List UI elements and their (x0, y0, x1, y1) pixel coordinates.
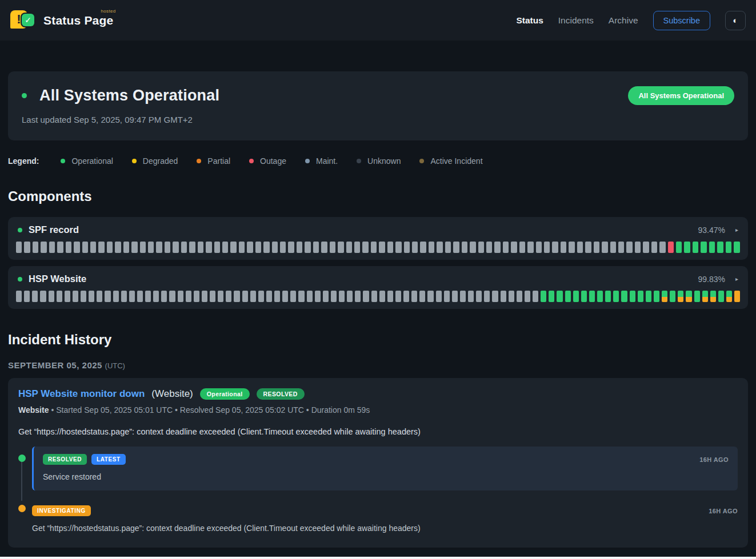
uptime-bar (621, 291, 627, 302)
uptime-bar (194, 291, 199, 302)
update-timestamp: 16H AGO (699, 456, 729, 463)
legend: Legend: Operational Degraded Partial Out… (8, 156, 748, 166)
uptime-bar (305, 242, 310, 253)
check-icon (22, 14, 34, 26)
uptime-bar (218, 291, 223, 302)
nav-incidents[interactable]: Incidents (558, 15, 594, 26)
brand-name: Status Page (43, 14, 113, 27)
uptime-bar (32, 291, 38, 302)
incident-date-timezone: (UTC) (105, 361, 125, 370)
theme-toggle-button[interactable] (725, 11, 746, 30)
legend-item-outage: Outage (249, 156, 286, 166)
uptime-bar (387, 242, 393, 253)
uptime-bar (186, 291, 191, 302)
uptime-bar (638, 291, 643, 302)
operational-dot-icon (61, 159, 65, 163)
uptime-bar (544, 242, 550, 253)
uptime-bar (533, 291, 538, 302)
uptime-bar (444, 291, 450, 302)
main-content: All Systems Operational All Systems Oper… (0, 71, 756, 548)
uptime-bar (89, 291, 94, 302)
uptime-bar (137, 291, 143, 302)
uptime-bar (234, 291, 239, 302)
incident-meta-component: Website (18, 405, 49, 415)
incident-title-link[interactable]: HSP Website monitor down (18, 388, 145, 400)
brand-superscript: hosted (101, 9, 116, 14)
uptime-bar (517, 291, 522, 302)
uptime-bar (148, 242, 154, 253)
uptime-bar (630, 291, 635, 302)
footer-strip (0, 557, 756, 559)
uptime-bar (602, 242, 607, 253)
uptime-bar (140, 242, 146, 253)
uptime-bar (519, 242, 525, 253)
maint-dot-icon (305, 159, 310, 163)
uptime-bar (618, 242, 624, 253)
uptime-bar (181, 242, 187, 253)
uptime-bar (659, 242, 665, 253)
update-status-dot (18, 505, 26, 512)
nav-status[interactable]: Status (516, 15, 543, 26)
uptime-bar (693, 242, 698, 253)
uptime-bar (90, 242, 96, 253)
uptime-bar (41, 242, 46, 253)
uptime-bar (395, 242, 401, 253)
uptime-bar (541, 291, 546, 302)
chevron-right-icon[interactable] (735, 276, 738, 282)
uptime-bar (379, 291, 385, 302)
uptime-bar (242, 291, 248, 302)
uptime-bar (701, 242, 706, 253)
uptime-bar (577, 242, 583, 253)
top-bar: Status Page hosted Status Incidents Arch… (0, 0, 756, 41)
uptime-bar (709, 242, 715, 253)
nav-archive[interactable]: Archive (609, 15, 638, 26)
uptime-bar (610, 242, 616, 253)
uptime-bar (403, 291, 409, 302)
incident-date-heading: SEPTEMBER 05, 2025 (UTC) (8, 360, 748, 370)
status-dot (22, 93, 27, 98)
uptime-bar (230, 242, 236, 253)
uptime-bar (258, 291, 264, 302)
uptime-bar (297, 242, 302, 253)
incident-history-heading: Incident History (8, 332, 748, 348)
uptime-bar (411, 291, 417, 302)
uptime-bar (339, 291, 345, 302)
uptime-bar (626, 242, 632, 253)
overall-status-badge: All Systems Operational (628, 86, 734, 105)
uptime-bar (210, 291, 215, 302)
uptime-bar (492, 291, 498, 302)
uptime-bar (313, 242, 319, 253)
uptime-bar (145, 291, 151, 302)
uptime-bar (347, 291, 353, 302)
uptime-bar (129, 291, 135, 302)
uptime-bars (16, 242, 740, 253)
uptime-bar (57, 291, 62, 302)
uptime-bar (239, 242, 245, 253)
legend-item-degraded: Degraded (132, 156, 178, 166)
half-circle-icon (733, 15, 738, 25)
outage-dot-icon (249, 159, 254, 163)
uptime-bar (503, 242, 509, 253)
uptime-bar (552, 242, 558, 253)
uptime-bar (288, 242, 294, 253)
legend-item-partial: Partial (197, 156, 230, 166)
uptime-bar (686, 291, 691, 302)
uptime-bar (222, 242, 228, 253)
uptime-bar (718, 291, 724, 302)
uptime-bar (395, 291, 401, 302)
timeline-update-latest: RESOLVED LATEST 16H AGO Service restored (18, 447, 738, 490)
subscribe-button[interactable]: Subscribe (653, 11, 710, 30)
uptime-bar (49, 291, 54, 302)
uptime-bar (362, 242, 368, 253)
uptime-bar (73, 291, 78, 302)
uptime-bar (412, 242, 418, 253)
uptime-bar (676, 242, 682, 253)
uptime-bar (74, 242, 79, 253)
update-status-dot (18, 455, 26, 462)
latest-badge: LATEST (91, 454, 126, 465)
chevron-right-icon[interactable] (735, 227, 738, 233)
uptime-bar (123, 242, 129, 253)
brand: Status Page hosted (43, 14, 113, 27)
uptime-bar (613, 291, 619, 302)
uptime-bar (734, 242, 739, 253)
